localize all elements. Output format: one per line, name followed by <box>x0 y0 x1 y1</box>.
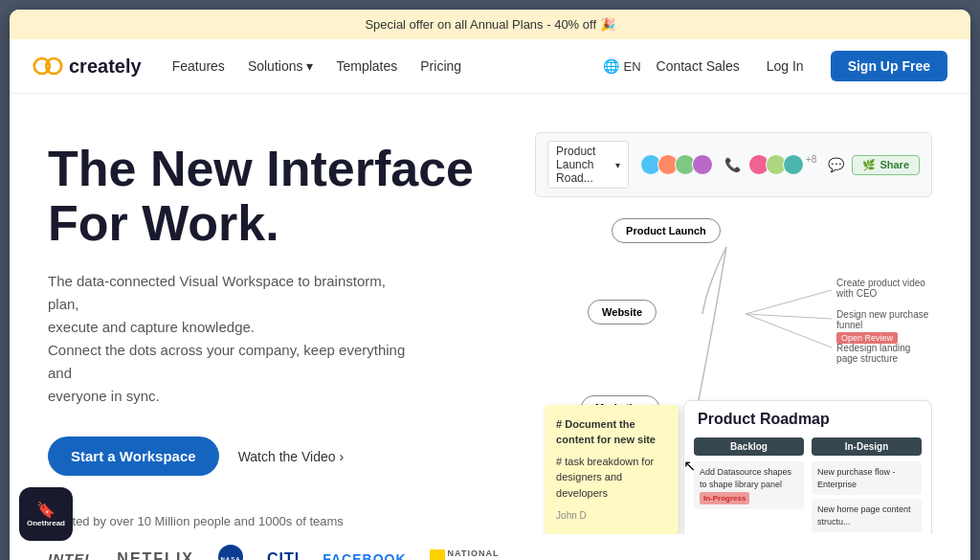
globe-icon: 🌐 <box>603 58 619 74</box>
mockup-toolbar: Product Launch Road... ▾ 📞 +8 <box>535 132 932 197</box>
roadmap-columns: Backlog Add Datasource shapes to shape l… <box>684 437 931 534</box>
task-3: Redesign landing page structure <box>836 343 932 364</box>
nav-links: Features Solutions ▾ Templates Pricing <box>172 58 604 74</box>
onethread-badge: 🔖 Onethread <box>19 487 73 541</box>
netflix-logo: NETFLIX <box>117 550 194 560</box>
roadmap-panel: Product Roadmap Backlog Add Datasource s… <box>683 400 932 534</box>
hero-right: Product Launch Road... ▾ 📞 +8 <box>535 132 932 560</box>
hero-buttons: Start a Workspace Watch the Video › <box>48 437 516 476</box>
company-logos: intel NETFLIX NASA citi facebook NATIONA… <box>48 544 516 560</box>
share-button[interactable]: 🌿 Share <box>852 155 920 175</box>
indesign-column: In-Design New purchase flow - Enterprise… <box>812 437 922 534</box>
trusted-section: Trusted by over 10 Million people and 10… <box>48 514 516 560</box>
chat-icon: 💬 <box>828 157 844 172</box>
task-2: Design new purchase funnel Open Review <box>836 309 932 344</box>
share-icon: 🌿 <box>862 159 876 171</box>
doc-title[interactable]: Product Launch Road... ▾ <box>547 141 629 189</box>
nav-features[interactable]: Features <box>172 58 225 74</box>
hero-title: The New Interface For Work. <box>48 142 516 251</box>
logo[interactable]: creately <box>33 56 142 78</box>
backlog-card-1: Add Datasource shapes to shape library p… <box>694 461 804 509</box>
indesign-card-2: New home page content structu... <box>812 499 922 532</box>
nasa-logo: NASA <box>217 544 244 560</box>
card-tag: In-Progress <box>700 492 749 504</box>
cursor-icon: ↖ <box>683 457 696 475</box>
backlog-column: Backlog Add Datasource shapes to shape l… <box>694 437 804 534</box>
browser-frame: Special offer on all Annual Plans - 40% … <box>10 10 970 560</box>
start-workspace-button[interactable]: Start a Workspace <box>48 437 219 476</box>
login-button[interactable]: Log In <box>755 53 815 79</box>
mockup-canvas: Product Launch Website Marketing Create … <box>535 209 932 534</box>
natgeo-logo: NATIONALGEOGRAPHIC <box>430 549 517 560</box>
nav-pricing[interactable]: Pricing <box>420 58 461 74</box>
navbar: creately Features Solutions ▾ Templates … <box>10 39 970 94</box>
lang-label: EN <box>623 59 640 74</box>
mockup-container: Product Launch Road... ▾ 📞 +8 <box>535 132 932 534</box>
sticky-user: John D <box>556 508 667 523</box>
nav-solutions[interactable]: Solutions ▾ <box>248 58 314 74</box>
announcement-text: Special offer on all Annual Plans - 40% … <box>365 17 614 32</box>
lang-selector[interactable]: 🌐 EN <box>603 58 640 74</box>
intel-logo: intel <box>48 550 94 560</box>
extra-avatars: +8 <box>752 154 816 175</box>
sticky-note: # Document the content for new site # ta… <box>545 405 679 535</box>
collaborator-avatars <box>644 154 713 175</box>
logo-text: creately <box>69 56 142 78</box>
indesign-card-1: New purchase flow - Enterprise <box>812 461 922 495</box>
signup-button[interactable]: Sign Up Free <box>831 51 947 81</box>
trusted-text: Trusted by over 10 Million people and 10… <box>48 514 516 528</box>
chevron-down-icon: ▾ <box>615 160 620 170</box>
extra-count: +8 <box>806 154 816 175</box>
node-website: Website <box>588 300 657 325</box>
sticky-line1: # Document the content for new site <box>556 416 667 448</box>
avatar-4 <box>692 154 713 175</box>
sticky-line2: # task breakdown for designers and devel… <box>556 454 667 502</box>
avatar-7 <box>783 154 804 175</box>
onethread-label: Onethread <box>27 519 65 527</box>
facebook-logo: facebook <box>323 551 406 560</box>
task-1: Create product video with CEO <box>836 278 932 299</box>
hero-section: The New Interface For Work. The data-con… <box>10 94 970 560</box>
chevron-down-icon: ▾ <box>306 58 313 74</box>
onethread-icon: 🔖 <box>36 501 56 519</box>
nav-right: 🌐 EN Contact Sales Log In Sign Up Free <box>603 51 947 81</box>
hero-description: The data-connected Visual Workspace to b… <box>48 270 412 408</box>
node-product-launch: Product Launch <box>612 218 721 243</box>
indesign-header: In-Design <box>812 437 922 456</box>
svg-text:NASA: NASA <box>221 556 241 560</box>
roadmap-title: Product Roadmap <box>684 401 931 437</box>
contact-sales-link[interactable]: Contact Sales <box>657 58 740 74</box>
nav-templates[interactable]: Templates <box>336 58 397 74</box>
backlog-header: Backlog <box>694 437 804 456</box>
citi-logo: citi <box>267 550 300 560</box>
phone-icon: 📞 <box>724 157 741 172</box>
announcement-bar: Special offer on all Annual Plans - 40% … <box>10 10 970 39</box>
watch-video-button[interactable]: Watch the Video › <box>238 449 345 464</box>
hero-left: The New Interface For Work. The data-con… <box>48 132 516 560</box>
